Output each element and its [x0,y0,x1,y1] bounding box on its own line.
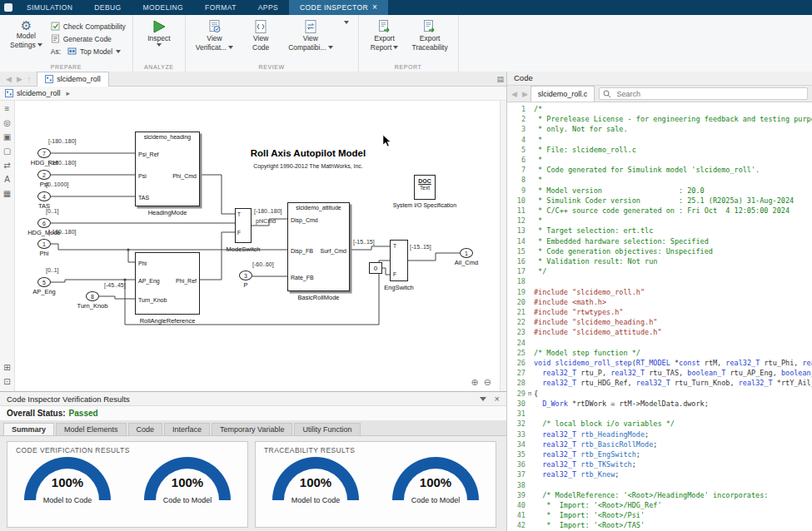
fold-gutter [526,276,534,286]
review-overflow-button[interactable] [341,17,351,24]
fold-gutter [526,449,534,459]
generate-code-button[interactable]: Generate Code [51,34,126,43]
view-verification-button[interactable]: View Verificat... [192,17,237,53]
code-line: 11 * C/C++ source code generated on : Fr… [507,206,812,216]
code-editor[interactable]: 1 /*2 * Prerelease License - for enginee… [507,102,812,531]
fold-gutter [526,399,534,409]
results-tab-temporary-variable[interactable]: Temporary Variable [212,423,292,435]
inport-hdg_ref[interactable]: 7HDG_Ref[-180..180] [37,148,51,158]
block-basicrollmode[interactable]: slcidemo_attitudeDisp_CmdDisp_FBRate_FBS… [287,202,350,291]
code-text: * Target selection: ert.tlc [534,226,653,236]
view-compatibility-button[interactable]: View Compatibi... [285,17,336,53]
menu-tab-format[interactable]: FORMAT [194,0,247,15]
inspect-button[interactable]: Inspect [140,17,178,48]
close-tab-icon[interactable]: × [372,3,377,12]
code-line: 29⊟{ [507,389,812,399]
results-tab-summary[interactable]: Summary [3,423,54,435]
update-diagram-icon[interactable]: ⊡ [3,378,10,386]
outport-ail_cmd[interactable]: 1Ail_Cmd [460,248,473,258]
search-input[interactable] [615,89,804,99]
menu-tab-simulation[interactable]: SIMULATION [16,0,83,15]
block-headingmode[interactable]: slcidemo_headingPsi_RefPsiTASPhi_CmdHead… [135,132,200,206]
code-file-tab[interactable]: slcidemo_roll.c [531,86,595,102]
fold-gutter [526,145,534,155]
code-text: real32_T rtb_TKSwitch; [534,459,636,469]
inport-phi[interactable]: 1Phi[-180..180] [37,239,51,249]
results-tab-utility-function[interactable]: Utility Function [294,423,360,435]
results-tab-code[interactable]: Code [128,423,163,435]
doc-text-block[interactable]: DOC Text [414,175,436,200]
block-rollanglereference[interactable]: PhiAP_EngTurn_KnobPhi_RefRollAngleRefere… [135,252,200,315]
inport-ap_eng[interactable]: 5AP_Eng[0..1] [37,277,51,287]
menu-tab-label: APPS [258,3,278,12]
as-top-model-select[interactable]: As: Top Model [51,47,126,56]
close-panel-icon[interactable]: × [495,395,500,404]
export-report-button[interactable]: Export Report [366,17,404,53]
gauge: 100%Code to Model [144,457,231,504]
menu-tab-apps[interactable]: APPS [247,0,289,15]
breadcrumb[interactable]: slcidemo_roll ▸ [0,87,506,101]
code-line: 36 real32_T rtb_TKSwitch; [507,459,812,469]
frame-icon[interactable]: ▢ [3,147,11,156]
menu-tab-code-inspector[interactable]: CODE INSPECTOR× [289,0,388,15]
block-modeswitch[interactable]: TFModeSwitch [235,208,252,243]
block-engswitch[interactable]: TFEngSwitch [390,240,408,281]
hide-browser-icon[interactable]: ≡ [5,105,10,113]
code-text: * Import: '<Root>/Psi' [534,510,645,520]
input-port-label: Disp_FB [291,248,313,254]
image-icon[interactable]: ▦ [3,190,11,198]
code-line: 13 * Target selection: ert.tlc [507,226,812,236]
breadcrumb-item[interactable]: slcidemo_roll [17,89,61,97]
zoom-out-icon[interactable]: ⊖ [484,377,491,388]
check-compatibility-button[interactable]: Check Compatibility [51,22,126,31]
fold-gutter [526,104,534,114]
inport-tas[interactable]: 4TAS[0..1000] [37,191,51,201]
fold-marker-icon[interactable]: ⊟ [526,389,534,399]
code-back-icon[interactable]: ◀ [509,90,520,98]
inport-psi[interactable]: 2Psi[-180..180] [37,170,51,180]
code-forward-icon[interactable]: ▶ [520,90,531,98]
zoom-in-icon[interactable]: ⊕ [471,377,479,388]
line-number: 13 [507,226,526,236]
model-document-tab[interactable]: slcidemo_roll [37,72,109,87]
menu-tab-label: DEBUG [94,3,121,12]
collapse-panel-icon[interactable] [480,397,486,401]
section-label-review: REVIEW [186,64,358,70]
code-line: 30 D_Work *rtDWork = rtM->ModelData.dwor… [507,399,812,409]
line-number: 6 [507,155,526,165]
canvas[interactable]: 7HDG_Ref[-180..180]2Psi[-180..180]4TAS[0… [15,101,500,391]
inport-p[interactable]: 3P[-60..60] [239,270,252,280]
section-label-analyze: ANALYZE [133,64,185,70]
code-text: * only. Not for sale. [534,124,628,134]
annotation-icon[interactable]: A [4,176,10,184]
menu-tab-modeling[interactable]: MODELING [132,0,195,15]
switch-mark: T [237,212,241,218]
pane-menu-icon[interactable]: ▤ [494,75,506,83]
fold-gutter [526,186,534,196]
zoom-icon[interactable]: ◎ [3,119,11,127]
fold-gutter [526,246,534,256]
fold-gutter [526,175,534,185]
constant-block[interactable]: 0 [369,262,382,274]
canvas-zoom-controls: ⊕ ⊖ [471,377,491,388]
signal-annotation: [-15..15] [410,244,431,250]
view-code-button[interactable]: View Code [242,17,280,53]
results-tab-interface[interactable]: Interface [164,423,210,435]
line-number: 24 [507,338,526,348]
code-text: * Prerelease License - for engineering f… [534,114,812,124]
swap-view-icon[interactable]: ⇄ [3,161,10,170]
export-traceability-button[interactable]: Export Traceability [409,17,451,53]
results-box: CODE VERIFICATION RESULTS100%Model to Co… [7,441,248,528]
inport-hdg_mode[interactable]: 6HDG_Mode[0..1] [37,218,51,228]
code-line: 41 * Import: '<Root>/Psi' [507,510,812,520]
fit-to-view-icon[interactable]: ▣ [3,133,11,141]
up-icon[interactable]: ↑ [25,75,34,83]
viewmark-icon[interactable]: ⊞ [3,364,10,372]
search-box[interactable] [599,87,808,100]
inport-turn_knob[interactable]: 8Turn_Knob[-45..45] [86,291,99,301]
forward-icon[interactable]: ▶ [14,75,25,83]
results-tab-model-elements[interactable]: Model Elements [56,423,127,435]
menu-tab-debug[interactable]: DEBUG [83,0,132,15]
back-icon[interactable]: ◀ [3,75,14,83]
model-settings-button[interactable]: ⚙ Model Settings [7,17,46,51]
